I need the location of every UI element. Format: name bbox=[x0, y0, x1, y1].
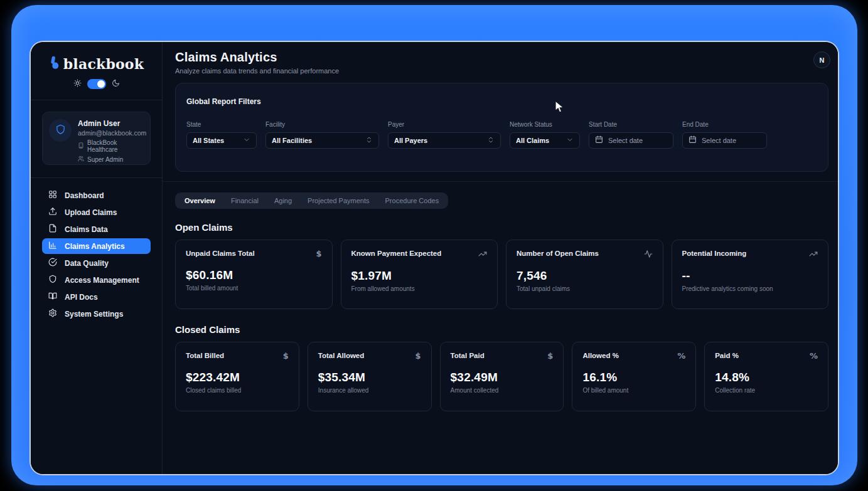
card-subtitle: Closed claims billed bbox=[186, 387, 289, 394]
sidebar-item-api-docs[interactable]: API Docs bbox=[42, 289, 151, 305]
sidebar-item-label: Access Management bbox=[65, 276, 139, 285]
user-organization-row: BlackBook Healthcare bbox=[78, 139, 144, 153]
state-select[interactable]: All States bbox=[186, 132, 257, 149]
card-title: Total Billed bbox=[186, 352, 224, 359]
stat-card-potential-incoming: Potential Incoming -- Predictive analyti… bbox=[672, 240, 829, 309]
page-title: Claims Analytics bbox=[175, 50, 828, 65]
card-value: 14.8% bbox=[715, 371, 818, 384]
closed-claims-cards: Total Billed $ $223.42M Closed claims bi… bbox=[175, 342, 828, 411]
sidebar-nav: Dashboard Upload Claims bbox=[31, 187, 162, 322]
brand-name: blackbook bbox=[63, 56, 144, 72]
trending-up-icon bbox=[809, 250, 818, 258]
end-date-picker[interactable]: Select date bbox=[682, 132, 767, 149]
trending-up-icon bbox=[478, 250, 487, 258]
building-icon bbox=[78, 142, 84, 150]
grid-icon bbox=[48, 190, 57, 201]
filters-title: Global Report Filters bbox=[186, 97, 817, 106]
theme-switch[interactable] bbox=[87, 79, 106, 89]
tab-projected-payments[interactable]: Projected Payments bbox=[308, 197, 369, 204]
file-icon bbox=[48, 224, 57, 235]
card-subtitle: Collection rate bbox=[715, 387, 818, 394]
facility-select[interactable]: All Facilities bbox=[265, 132, 379, 149]
sidebar-divider-top bbox=[31, 100, 162, 100]
sidebar-item-label: Claims Data bbox=[65, 225, 108, 234]
chevrons-up-down-icon bbox=[365, 135, 373, 146]
start-date-picker[interactable]: Select date bbox=[589, 132, 673, 149]
chevron-down-icon bbox=[243, 135, 250, 146]
filter-label: Network Status bbox=[510, 121, 580, 128]
card-title: Allowed % bbox=[582, 352, 619, 359]
sidebar-item-system-settings[interactable]: System Settings bbox=[42, 306, 151, 322]
percent-icon: % bbox=[810, 352, 818, 360]
sidebar-item-claims-analytics[interactable]: Claims Analytics bbox=[42, 238, 151, 254]
stat-card-number-of-open-claims: Number of Open Claims 7,546 Total unpaid… bbox=[506, 240, 663, 309]
card-value: $223.42M bbox=[186, 371, 289, 384]
payer-select[interactable]: All Payers bbox=[388, 132, 501, 149]
user-organization: BlackBook Healthcare bbox=[87, 139, 144, 153]
tab-financial[interactable]: Financial bbox=[231, 197, 259, 204]
facility-select-value: All Facilities bbox=[272, 137, 365, 144]
calendar-icon bbox=[595, 135, 603, 146]
sidebar-divider-bottom bbox=[31, 177, 162, 178]
global-report-filters-panel: Global Report Filters State All States F… bbox=[175, 83, 828, 172]
card-title: Unpaid Claims Total bbox=[186, 250, 255, 257]
user-info: Admin User admin@blackbook.com BlackBook… bbox=[78, 119, 144, 157]
end-date-placeholder: Select date bbox=[702, 137, 761, 144]
card-value: 7,546 bbox=[517, 269, 653, 283]
card-subtitle: Amount collected bbox=[451, 387, 554, 394]
dollar-icon: $ bbox=[547, 352, 553, 360]
card-subtitle: Total unpaid claims bbox=[517, 285, 653, 292]
stat-card-total-paid: Total Paid $ $32.49M Amount collected bbox=[440, 342, 564, 411]
sidebar-item-dashboard[interactable]: Dashboard bbox=[42, 187, 151, 203]
percent-icon: % bbox=[677, 352, 685, 360]
shield-icon bbox=[48, 275, 57, 285]
filter-label: End Date bbox=[682, 121, 767, 128]
card-title: Total Allowed bbox=[318, 352, 364, 359]
card-subtitle: Insurance allowed bbox=[318, 387, 421, 394]
analytics-tabs: Overview Financial Aging Projected Payme… bbox=[175, 193, 448, 209]
sidebar-item-label: Data Quality bbox=[65, 259, 109, 268]
sun-icon bbox=[73, 78, 82, 90]
closed-claims-heading: Closed Claims bbox=[175, 324, 828, 335]
dollar-icon: $ bbox=[316, 250, 321, 258]
screenshot-stage: blackbook bbox=[0, 0, 868, 491]
switch-knob bbox=[97, 80, 105, 88]
stat-card-allowed-percent: Allowed % % 16.1% Of billed amount bbox=[572, 342, 696, 411]
user-name: Admin User bbox=[78, 119, 144, 128]
sidebar-item-data-quality[interactable]: Data Quality bbox=[42, 255, 151, 271]
sidebar-item-label: API Docs bbox=[65, 293, 98, 302]
activity-icon bbox=[644, 250, 653, 258]
dollar-icon: $ bbox=[415, 352, 421, 360]
user-avatar bbox=[49, 119, 72, 142]
card-title: Paid % bbox=[715, 352, 739, 359]
state-select-value: All States bbox=[193, 137, 243, 144]
tab-procedure-codes[interactable]: Procedure Codes bbox=[385, 197, 439, 204]
filter-label: Start Date bbox=[589, 121, 673, 128]
filter-label: Facility bbox=[265, 121, 379, 128]
filter-end-date: End Date Select date bbox=[682, 121, 767, 149]
payer-select-value: All Payers bbox=[394, 137, 487, 144]
page-subtitle: Analyze claims data trends and financial… bbox=[175, 67, 828, 75]
tab-aging[interactable]: Aging bbox=[274, 197, 292, 204]
filter-label: Payer bbox=[388, 121, 501, 128]
sidebar-item-access-management[interactable]: Access Management bbox=[42, 272, 151, 288]
filter-start-date: Start Date Select date bbox=[589, 121, 673, 149]
sidebar-item-claims-data[interactable]: Claims Data bbox=[42, 221, 151, 237]
card-title: Number of Open Claims bbox=[517, 250, 599, 257]
open-claims-heading: Open Claims bbox=[175, 222, 828, 233]
stat-card-total-billed: Total Billed $ $223.42M Closed claims bi… bbox=[175, 342, 299, 411]
gear-icon bbox=[48, 309, 57, 319]
user-email: admin@blackbook.com bbox=[78, 129, 144, 137]
sidebar-item-upload-claims[interactable]: Upload Claims bbox=[42, 204, 151, 220]
account-avatar[interactable]: N bbox=[813, 51, 830, 68]
open-claims-cards: Unpaid Claims Total $ $60.16M Total bill… bbox=[175, 240, 828, 309]
sidebar-item-label: System Settings bbox=[65, 310, 123, 319]
tab-overview[interactable]: Overview bbox=[185, 197, 215, 204]
filter-state: State All States bbox=[186, 121, 257, 149]
calendar-icon bbox=[689, 135, 697, 146]
network-status-select[interactable]: All Claims bbox=[510, 132, 580, 149]
card-subtitle: From allowed amounts bbox=[351, 285, 488, 292]
brand-logo: blackbook bbox=[31, 56, 162, 72]
filter-facility: Facility All Facilities bbox=[265, 121, 379, 149]
stat-card-paid-percent: Paid % % 14.8% Collection rate bbox=[704, 342, 828, 411]
